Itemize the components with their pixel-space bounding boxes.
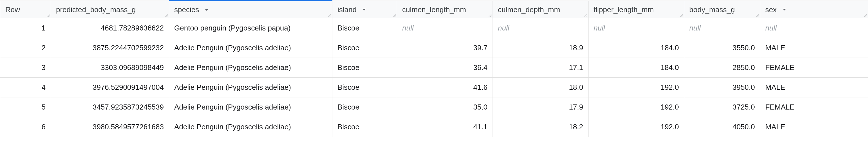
dropdown-icon[interactable]	[204, 7, 209, 13]
cell-species[interactable]: Adelie Penguin (Pygoscelis adeliae)	[169, 77, 332, 97]
col-header-predicted-body-mass-g-label: predicted_body_mass_g	[56, 5, 136, 14]
resize-handle-icon	[679, 14, 683, 18]
cell-species[interactable]: Gentoo penguin (Pygoscelis papua)	[169, 18, 332, 38]
cell-culmen-depth-mm[interactable]: 18.0	[493, 77, 589, 97]
cell-row[interactable]: 3	[0, 58, 51, 77]
cell-sex[interactable]: FEMALE	[760, 58, 868, 77]
cell-island[interactable]: Biscoe	[332, 38, 397, 58]
resize-handle-icon	[488, 14, 492, 18]
cell-culmen-length-mm[interactable]: 36.4	[397, 58, 493, 77]
cell-culmen-depth-mm[interactable]: 17.9	[493, 97, 589, 117]
cell-flipper-length-mm[interactable]: 184.0	[589, 38, 684, 58]
cell-sex[interactable]: FEMALE	[760, 97, 868, 117]
col-header-island[interactable]: island	[332, 1, 397, 18]
cell-body-mass-g[interactable]: null	[684, 18, 760, 38]
cell-sex[interactable]: MALE	[760, 117, 868, 137]
cell-culmen-length-mm[interactable]: 41.1	[397, 117, 493, 137]
col-header-flipper-length-mm[interactable]: flipper_length_mm	[589, 1, 684, 18]
cell-flipper-length-mm[interactable]: 192.0	[589, 97, 684, 117]
cell-sex[interactable]: null	[760, 18, 868, 38]
cell-row[interactable]: 5	[0, 97, 51, 117]
resize-handle-icon	[328, 14, 332, 18]
cell-island[interactable]: Biscoe	[332, 117, 397, 137]
results-table: Row predicted_body_mass_g species island…	[0, 0, 868, 137]
resize-handle-icon	[864, 14, 867, 18]
cell-flipper-length-mm[interactable]: null	[589, 18, 684, 38]
cell-species[interactable]: Adelie Penguin (Pygoscelis adeliae)	[169, 58, 332, 77]
col-header-body-mass-g-label: body_mass_g	[689, 5, 735, 14]
col-header-sex-label: sex	[765, 5, 777, 14]
cell-predicted-body-mass-g[interactable]: 4681.78289636622	[51, 18, 169, 38]
resize-handle-icon	[392, 14, 396, 18]
table-row: 63980.5849577261683Adelie Penguin (Pygos…	[0, 117, 868, 137]
cell-culmen-length-mm[interactable]: 41.6	[397, 77, 493, 97]
cell-island[interactable]: Biscoe	[332, 18, 397, 38]
cell-island[interactable]: Biscoe	[332, 77, 397, 97]
col-header-row-label: Row	[5, 5, 20, 14]
cell-culmen-depth-mm[interactable]: null	[493, 18, 589, 38]
cell-body-mass-g[interactable]: 3725.0	[684, 97, 760, 117]
cell-culmen-length-mm[interactable]: 39.7	[397, 38, 493, 58]
cell-row[interactable]: 1	[0, 18, 51, 38]
cell-body-mass-g[interactable]: 2850.0	[684, 58, 760, 77]
cell-predicted-body-mass-g[interactable]: 3875.2244702599232	[51, 38, 169, 58]
col-header-sex[interactable]: sex	[760, 1, 868, 18]
table-row: 33303.09689098449Adelie Penguin (Pygosce…	[0, 58, 868, 77]
col-header-species[interactable]: species	[169, 1, 332, 18]
resize-handle-icon	[755, 14, 760, 18]
resize-handle-icon	[584, 14, 588, 18]
col-header-island-label: island	[337, 5, 356, 14]
col-header-flipper-length-mm-label: flipper_length_mm	[594, 5, 654, 14]
cell-predicted-body-mass-g[interactable]: 3303.09689098449	[51, 58, 169, 77]
cell-predicted-body-mass-g[interactable]: 3976.5290091497004	[51, 77, 169, 97]
cell-flipper-length-mm[interactable]: 192.0	[589, 117, 684, 137]
resize-handle-icon	[164, 14, 168, 18]
cell-flipper-length-mm[interactable]: 184.0	[589, 58, 684, 77]
table-row: 14681.78289636622Gentoo penguin (Pygosce…	[0, 18, 868, 38]
table-row: 43976.5290091497004Adelie Penguin (Pygos…	[0, 77, 868, 97]
cell-row[interactable]: 6	[0, 117, 51, 137]
cell-row[interactable]: 2	[0, 38, 51, 58]
cell-island[interactable]: Biscoe	[332, 58, 397, 77]
cell-body-mass-g[interactable]: 4050.0	[684, 117, 760, 137]
col-header-row[interactable]: Row	[0, 1, 51, 18]
header-row: Row predicted_body_mass_g species island…	[0, 1, 868, 18]
col-header-predicted-body-mass-g[interactable]: predicted_body_mass_g	[51, 1, 169, 18]
cell-culmen-length-mm[interactable]: null	[397, 18, 493, 38]
cell-culmen-depth-mm[interactable]: 17.1	[493, 58, 589, 77]
cell-culmen-depth-mm[interactable]: 18.2	[493, 117, 589, 137]
cell-row[interactable]: 4	[0, 77, 51, 97]
col-header-culmen-depth-mm-label: culmen_depth_mm	[498, 5, 560, 14]
table-row: 53457.9235873245539Adelie Penguin (Pygos…	[0, 97, 868, 117]
dropdown-icon[interactable]	[361, 7, 367, 12]
dropdown-icon[interactable]	[782, 7, 787, 12]
cell-sex[interactable]: MALE	[760, 38, 868, 58]
col-header-culmen-depth-mm[interactable]: culmen_depth_mm	[493, 1, 589, 18]
table-row: 23875.2244702599232Adelie Penguin (Pygos…	[0, 38, 868, 58]
cell-culmen-depth-mm[interactable]: 18.9	[493, 38, 589, 58]
cell-predicted-body-mass-g[interactable]: 3980.5849577261683	[51, 117, 169, 137]
resize-handle-icon	[46, 14, 50, 18]
col-header-body-mass-g[interactable]: body_mass_g	[684, 1, 760, 18]
cell-sex[interactable]: MALE	[760, 77, 868, 97]
cell-species[interactable]: Adelie Penguin (Pygoscelis adeliae)	[169, 38, 332, 58]
col-header-culmen-length-mm-label: culmen_length_mm	[402, 5, 466, 14]
cell-flipper-length-mm[interactable]: 192.0	[589, 77, 684, 97]
col-header-species-label: species	[174, 5, 199, 14]
table-body: 14681.78289636622Gentoo penguin (Pygosce…	[0, 18, 868, 137]
cell-body-mass-g[interactable]: 3550.0	[684, 38, 760, 58]
cell-culmen-length-mm[interactable]: 35.0	[397, 97, 493, 117]
cell-species[interactable]: Adelie Penguin (Pygoscelis adeliae)	[169, 97, 332, 117]
cell-predicted-body-mass-g[interactable]: 3457.9235873245539	[51, 97, 169, 117]
cell-species[interactable]: Adelie Penguin (Pygoscelis adeliae)	[169, 117, 332, 137]
cell-island[interactable]: Biscoe	[332, 97, 397, 117]
cell-body-mass-g[interactable]: 3950.0	[684, 77, 760, 97]
col-header-culmen-length-mm[interactable]: culmen_length_mm	[397, 1, 493, 18]
